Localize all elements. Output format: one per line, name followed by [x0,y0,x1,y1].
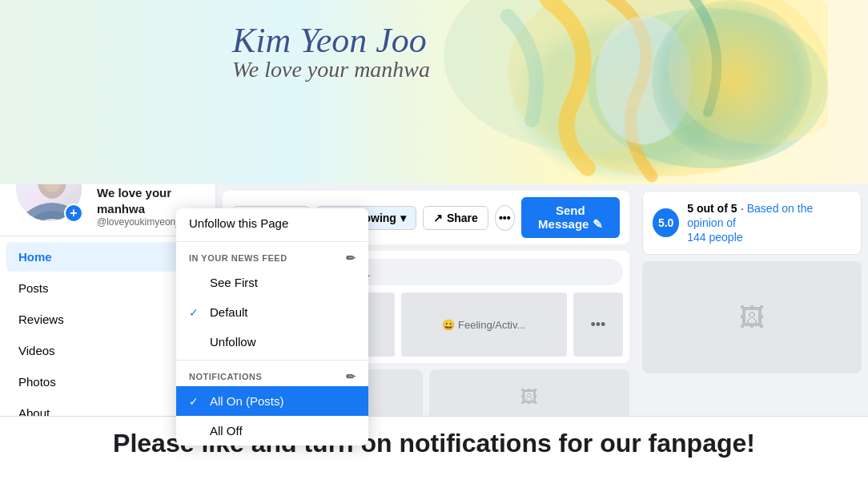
rating-score-value: 5.0 [658,216,673,229]
right-panel: 5.0 5 out of 5 · Based on the opinion of… [636,184,868,416]
right-image-placeholder: 🖼 [642,261,862,373]
all-on-option[interactable]: ✓ All On (Posts) [176,386,368,416]
edit-notifications-icon[interactable]: ✏ [346,370,356,383]
share-icon: ↗ [433,212,443,224]
all-on-label: All On (Posts) [210,394,284,408]
more-actions-button[interactable]: ••• [573,292,623,357]
sidebar-item-label: Photos [18,375,56,389]
edit-news-feed-icon[interactable]: ✏ [346,252,356,264]
share-label: Share [447,212,478,224]
sidebar-item-label: Reviews [18,313,64,326]
see-first-option[interactable]: See First [176,268,368,297]
default-option[interactable]: ✓ Default [176,297,368,327]
all-off-label: All Off [210,424,243,438]
profile-avatar-container: + [13,184,85,224]
notifications-section-label: NOTIFICATIONS ✏ [176,364,368,386]
send-message-label: Send Message ✎ [537,204,604,232]
right-image-icon: 🖼 [739,303,765,333]
cover-page-subtitle: We love your manhwa [232,57,430,83]
see-first-label: See First [210,276,258,289]
rating-dot: · [741,202,747,215]
unfollow-page-label: Unfollow this Page [189,216,288,230]
divider-1 [176,241,368,242]
rating-badge: 5.0 [653,208,679,237]
more-button[interactable]: ••• [495,205,515,231]
more-actions-icon: ••• [591,317,606,333]
cover-photo: Kim Yeon Joo We love your manhwa [0,0,868,184]
all-off-option[interactable]: All Off [176,416,368,446]
feeling-label: 😀 Feeling/Activ... [442,319,525,331]
rating-widget: 5.0 5 out of 5 · Based on the opinion of… [642,191,862,255]
default-label: Default [210,305,248,319]
share-button[interactable]: ↗ Share [423,206,488,230]
rating-count: 144 people [687,231,742,244]
svg-point-4 [596,16,692,144]
following-dropdown: Unfollow this Page IN YOUR NEWS FEED ✏ S… [176,208,368,446]
following-dropdown-arrow: ▾ [400,212,406,224]
news-feed-section-label: IN YOUR NEWS FEED ✏ [176,245,368,268]
cover-page-title: Kim Yeon Joo [232,20,430,61]
all-on-check-icon: ✓ [189,395,202,408]
divider-2 [176,360,368,361]
rating-details: 5 out of 5 · Based on the opinion of 144… [687,201,851,244]
more-icon: ••• [499,212,511,224]
sidebar-item-label: Posts [18,281,49,295]
image-placeholder-icon-2: 🖼 [520,387,538,408]
add-photo-button[interactable]: + [64,204,83,223]
unfollow-label: Unfollow [210,335,256,349]
sidebar-item-label: About [18,406,50,416]
bottom-text-banner: Please like and turn on notifications fo… [0,416,868,470]
rating-out-of: 5 out of 5 [687,202,737,215]
feed-image-2: 🖼 [429,369,629,416]
default-check-icon: ✓ [189,306,202,319]
send-message-button[interactable]: Send Message ✎ [521,197,620,238]
unfollow-option[interactable]: Unfollow [176,327,368,357]
svg-point-3 [668,0,828,144]
sidebar-item-label: Home [18,250,52,264]
sidebar-item-label: Videos [18,344,55,357]
feeling-activity-button[interactable]: 😀 Feeling/Activ... [401,292,567,357]
